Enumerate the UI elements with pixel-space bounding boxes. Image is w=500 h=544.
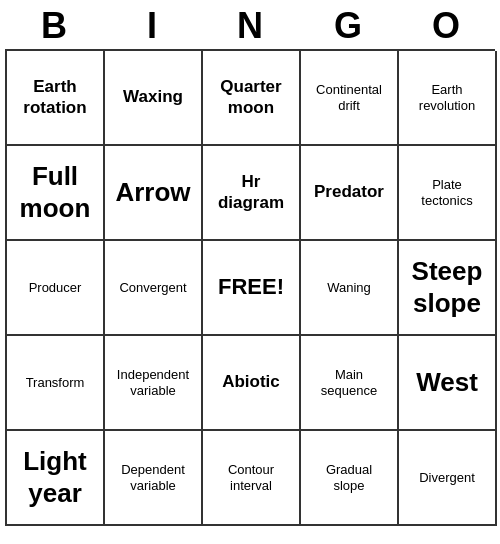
cell-label: Earthrotation — [23, 77, 86, 118]
bingo-cell: Continentaldrift — [301, 51, 399, 146]
bingo-cell: FREE! — [203, 241, 301, 336]
cell-label: Earthrevolution — [419, 82, 475, 113]
cell-label: Continentaldrift — [316, 82, 382, 113]
cell-label: Waning — [327, 280, 371, 296]
cell-label: Lightyear — [23, 446, 87, 508]
bingo-cell: Divergent — [399, 431, 497, 526]
bingo-cell: Lightyear — [7, 431, 105, 526]
bingo-cell: Earthrotation — [7, 51, 105, 146]
bingo-cell: Mainsequence — [301, 336, 399, 431]
cell-label: Mainsequence — [321, 367, 377, 398]
cell-label: FREE! — [218, 274, 284, 300]
cell-label: Convergent — [119, 280, 186, 296]
cell-label: Steepslope — [412, 256, 483, 318]
bingo-cell: Platetectonics — [399, 146, 497, 241]
header-letter: O — [401, 5, 491, 47]
bingo-cell: Independentvariable — [105, 336, 203, 431]
cell-label: West — [416, 367, 478, 398]
cell-label: Transform — [26, 375, 85, 391]
header-letter: G — [303, 5, 393, 47]
cell-label: Independentvariable — [117, 367, 189, 398]
bingo-cell: Producer — [7, 241, 105, 336]
bingo-cell: Quartermoon — [203, 51, 301, 146]
cell-label: Producer — [29, 280, 82, 296]
bingo-cell: Abiotic — [203, 336, 301, 431]
header-letter: N — [205, 5, 295, 47]
header-letter: I — [107, 5, 197, 47]
cell-label: Fullmoon — [20, 161, 91, 223]
header-letter: B — [9, 5, 99, 47]
bingo-cell: Waning — [301, 241, 399, 336]
bingo-card: BINGO EarthrotationWaxingQuartermoonCont… — [5, 5, 495, 526]
cell-label: Divergent — [419, 470, 475, 486]
cell-label: Arrow — [115, 177, 190, 208]
cell-label: Predator — [314, 182, 384, 202]
cell-label: Waxing — [123, 87, 183, 107]
bingo-cell: Predator — [301, 146, 399, 241]
cell-label: Platetectonics — [421, 177, 472, 208]
bingo-cell: Contourinterval — [203, 431, 301, 526]
bingo-cell: Fullmoon — [7, 146, 105, 241]
bingo-cell: Convergent — [105, 241, 203, 336]
bingo-cell: Gradualslope — [301, 431, 399, 526]
cell-label: Gradualslope — [326, 462, 372, 493]
bingo-cell: Dependentvariable — [105, 431, 203, 526]
cell-label: Contourinterval — [228, 462, 274, 493]
bingo-cell: Arrow — [105, 146, 203, 241]
bingo-cell: Waxing — [105, 51, 203, 146]
bingo-cell: Steepslope — [399, 241, 497, 336]
cell-label: Abiotic — [222, 372, 280, 392]
bingo-cell: Earthrevolution — [399, 51, 497, 146]
bingo-cell: Transform — [7, 336, 105, 431]
cell-label: Hrdiagram — [218, 172, 284, 213]
bingo-grid: EarthrotationWaxingQuartermoonContinenta… — [5, 49, 495, 526]
bingo-cell: West — [399, 336, 497, 431]
cell-label: Quartermoon — [220, 77, 281, 118]
bingo-cell: Hrdiagram — [203, 146, 301, 241]
bingo-header: BINGO — [5, 5, 495, 47]
cell-label: Dependentvariable — [121, 462, 185, 493]
